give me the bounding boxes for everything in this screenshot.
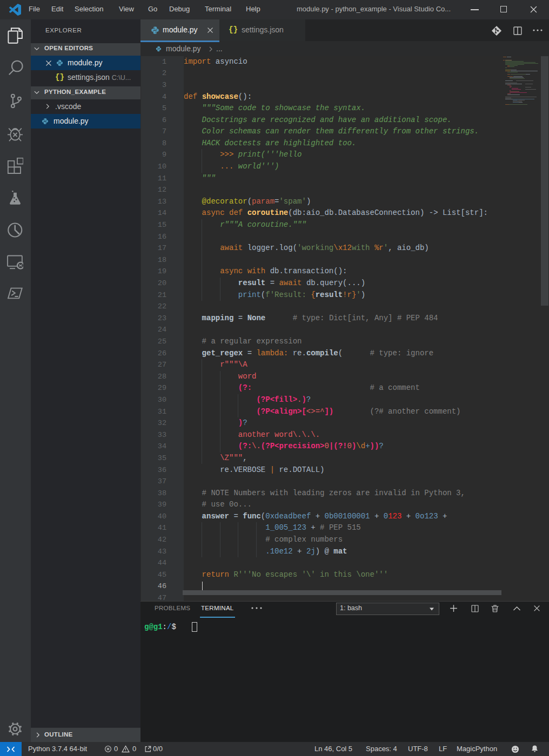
svg-text:{}: {}	[229, 25, 238, 34]
svg-text:{}: {}	[55, 73, 64, 82]
